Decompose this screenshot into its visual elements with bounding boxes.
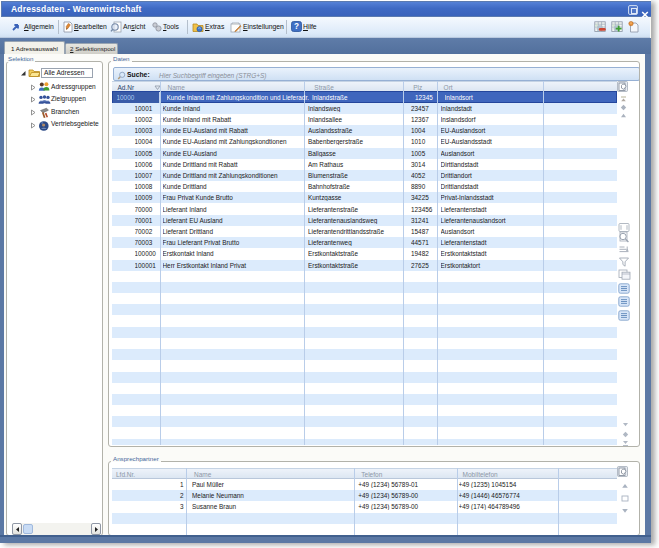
svg-text:?: ? — [294, 22, 299, 31]
